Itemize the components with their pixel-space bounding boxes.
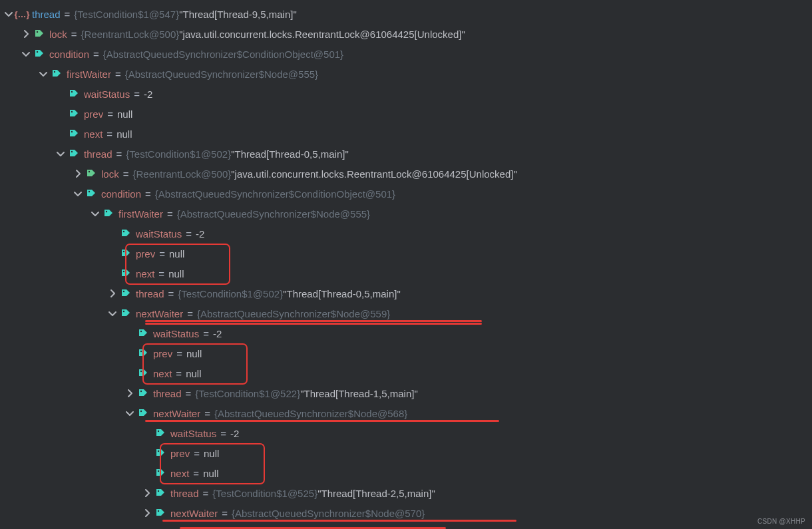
tree-node-str-val: "Thread[Thread-9,5,main]" — [179, 9, 297, 20]
tree-node-obj-ref: {AbstractQueuedSynchronizer$Node@559} — [197, 308, 390, 319]
field-tag-icon — [120, 287, 132, 299]
tree-arrow-down-icon[interactable] — [37, 68, 49, 80]
tree-node-field-name: thread — [84, 148, 112, 160]
tree-arrow-right-icon[interactable] — [141, 487, 153, 499]
tree-arrow-down-icon[interactable] — [55, 148, 67, 160]
tree-arrow-right-icon[interactable] — [124, 387, 136, 399]
tree-node-field-name: firstWaiter — [118, 208, 163, 220]
tree-node-field-name: next — [136, 268, 154, 279]
tree-node-obj-ref: {AbstractQueuedSynchronizer$ConditionObj… — [103, 49, 343, 60]
tree-node-eq: = — [189, 468, 203, 479]
field-tag-icon — [154, 447, 166, 459]
tree-row[interactable]: thread={TestCondition$1@502} "Thread[Thr… — [3, 144, 812, 164]
debug-variables-tree[interactable]: {…}thread={TestCondition$1@547} "Thread[… — [0, 0, 812, 523]
tree-node-eq: = — [155, 248, 169, 260]
svg-point-6 — [71, 151, 73, 152]
tree-node-obj-ref: {AbstractQueuedSynchronizer$Node@555} — [125, 69, 318, 80]
tree-arrow-down-icon[interactable] — [3, 8, 15, 20]
tree-node-field-name: waitStatus — [153, 328, 199, 339]
tree-row[interactable]: nextWaiter={AbstractQueuedSynchronizer$N… — [3, 403, 812, 423]
tree-row[interactable]: next=null — [3, 264, 812, 283]
tree-row[interactable]: prev=null — [3, 244, 812, 264]
tree-row[interactable]: prev=null — [3, 443, 812, 463]
tree-node-eq: = — [182, 228, 196, 240]
tree-node-str-val: "Thread[Thread-0,5,main]" — [283, 288, 401, 299]
tree-row[interactable]: thread={TestCondition$1@525} "Thread[Thr… — [3, 483, 812, 503]
tree-row[interactable]: lock={ReentrantLock@500} "java.util.conc… — [3, 164, 812, 184]
tree-arrow-right-icon[interactable] — [141, 507, 153, 519]
tree-node-field-name: next — [170, 468, 189, 479]
tree-row[interactable]: condition={AbstractQueuedSynchronizer$Co… — [3, 184, 812, 204]
tree-node-field-name: condition — [49, 49, 89, 60]
tree-node-str-val: "Thread[Thread-1,5,main]" — [300, 388, 418, 399]
tree-node-field-name: nextWaiter — [136, 308, 183, 319]
tree-node-field-name: waitStatus — [170, 428, 216, 439]
svg-point-17 — [140, 371, 142, 372]
tree-node-null-val: null — [116, 128, 132, 140]
tree-node-field-name: prev — [136, 248, 155, 260]
tree-row[interactable]: waitStatus=-2 — [3, 323, 812, 343]
tree-row[interactable]: waitStatus=-2 — [3, 423, 812, 443]
tree-node-num-val: -2 — [230, 428, 239, 439]
tree-node-field-name: next — [153, 368, 172, 379]
tree-row[interactable]: prev=null — [3, 343, 812, 363]
tree-node-null-val: null — [203, 468, 218, 479]
tree-arrow-down-icon[interactable] — [20, 48, 32, 60]
tree-node-field-name: prev — [170, 448, 190, 459]
field-tag-icon — [102, 208, 114, 220]
tree-row[interactable]: condition={AbstractQueuedSynchronizer$Co… — [3, 44, 812, 64]
field-tag-icon — [68, 148, 80, 160]
tree-node-eq: = — [130, 88, 144, 100]
tree-row[interactable]: {…}thread={TestCondition$1@547} "Thread[… — [3, 4, 812, 24]
tree-row[interactable]: thread={TestCondition$1@522} "Thread[Thr… — [3, 383, 812, 403]
tree-node-field-name: nextWaiter — [170, 508, 218, 519]
tree-row[interactable]: firstWaiter={AbstractQueuedSynchronizer$… — [3, 64, 812, 84]
tree-node-num-val: -2 — [144, 88, 152, 100]
tree-node-field-name: thread — [136, 288, 164, 299]
tree-node-eq: = — [183, 308, 197, 319]
tree-node-null-val: null — [186, 368, 201, 379]
tree-arrow-right-icon[interactable] — [20, 28, 32, 40]
tree-row[interactable]: nextWaiter={AbstractQueuedSynchronizer$N… — [3, 503, 812, 523]
tree-row[interactable]: waitStatus=-2 — [3, 224, 812, 244]
field-tag-icon — [137, 347, 149, 359]
field-tag-icon — [51, 68, 63, 80]
tree-arrow-down-icon[interactable] — [106, 307, 118, 319]
tree-node-eq: = — [112, 148, 126, 160]
tree-row[interactable]: next=null — [3, 363, 812, 383]
tree-arrow-down-icon[interactable] — [89, 208, 101, 220]
tree-arrow-right-icon[interactable] — [106, 287, 118, 299]
braces-icon: {…} — [16, 8, 28, 20]
svg-point-11 — [123, 251, 124, 252]
tree-row[interactable]: lock={ReentrantLock@500} "java.util.conc… — [3, 24, 812, 44]
tree-node-num-val: -2 — [196, 228, 204, 240]
field-tag-icon — [85, 188, 97, 200]
tree-arrow-down-icon[interactable] — [124, 407, 136, 419]
tree-row[interactable]: nextWaiter={AbstractQueuedSynchronizer$N… — [3, 303, 812, 323]
tree-arrow-down-icon[interactable] — [72, 188, 84, 200]
svg-point-21 — [158, 450, 159, 452]
field-tag-icon — [68, 128, 80, 140]
field-tag-icon — [120, 228, 132, 240]
svg-point-7 — [89, 171, 90, 172]
tree-node-null-val: null — [186, 348, 202, 359]
tree-row[interactable]: prev=null — [3, 104, 812, 124]
svg-point-1 — [37, 51, 38, 53]
tree-row[interactable]: waitStatus=-2 — [3, 84, 812, 104]
tree-node-eq: = — [216, 428, 230, 439]
tree-row[interactable]: next=null — [3, 124, 812, 144]
tree-arrow-right-icon[interactable] — [72, 168, 84, 180]
field-tag-icon — [120, 248, 132, 260]
tree-row[interactable]: thread={TestCondition$1@502} "Thread[Thr… — [3, 283, 812, 303]
tree-node-obj-ref: {TestCondition$1@547} — [74, 9, 179, 20]
tree-node-obj-ref: {TestCondition$1@522} — [195, 388, 300, 399]
field-tag-icon — [137, 367, 149, 379]
tree-row[interactable]: firstWaiter={AbstractQueuedSynchronizer$… — [3, 204, 812, 224]
field-tag-icon — [33, 28, 45, 40]
tree-node-field-name: firstWaiter — [67, 69, 111, 80]
field-tag-icon — [154, 427, 166, 439]
svg-point-19 — [140, 411, 142, 412]
tree-row[interactable]: next=null — [3, 463, 812, 483]
svg-point-8 — [89, 191, 90, 192]
tree-node-obj-ref: {AbstractQueuedSynchronizer$Node@555} — [177, 208, 370, 220]
